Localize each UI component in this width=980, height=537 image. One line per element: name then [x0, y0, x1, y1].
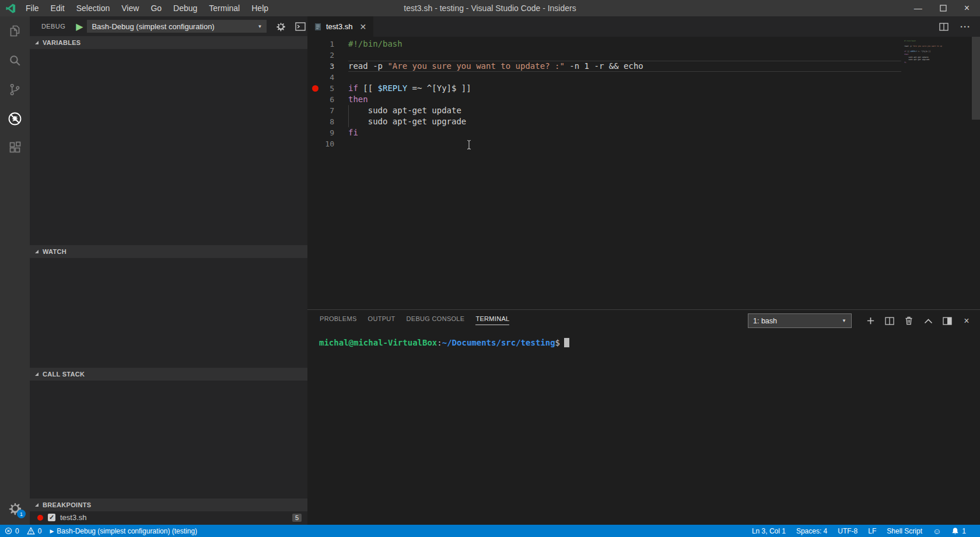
debug-console-icon[interactable]	[295, 22, 306, 31]
code-line-10[interactable]: 10	[307, 138, 980, 149]
activity-explorer[interactable]	[0, 16, 30, 46]
code-line-6[interactable]: 6then	[307, 94, 980, 105]
breakpoint-gutter[interactable]	[307, 116, 323, 127]
launch-config-dropdown[interactable]: Bash-Debug (simplest configuration) ▼	[87, 20, 267, 33]
menu-view[interactable]: View	[116, 4, 145, 13]
panel-tab-debug-console[interactable]: DEBUG CONSOLE	[407, 315, 465, 325]
code-text[interactable]: #!/bin/bash	[348, 39, 402, 50]
manage-button[interactable]: 1	[0, 497, 30, 520]
code-line-4[interactable]: 4	[307, 72, 980, 83]
start-debug-icon[interactable]: ▶	[76, 21, 83, 32]
maximize-panel-icon[interactable]	[923, 316, 933, 326]
notifications-bell[interactable]: 1	[951, 527, 966, 535]
activity-debug[interactable]	[0, 104, 30, 133]
explorer-icon	[8, 23, 23, 39]
code-text[interactable]: sudo apt-get update	[348, 105, 461, 116]
debug-status[interactable]: ▶ Bash-Debug (simplest configuration) (t…	[50, 527, 197, 535]
panel-tab-output[interactable]: OUTPUT	[368, 315, 396, 325]
activity-extensions[interactable]	[0, 133, 30, 162]
section-header-variables[interactable]: VARIABLES	[30, 36, 307, 49]
breakpoint-gutter[interactable]	[307, 72, 323, 83]
code-text[interactable]: sudo apt-get upgrade	[348, 116, 466, 127]
menu-go[interactable]: Go	[145, 4, 167, 13]
breakpoint-gutter[interactable]	[307, 61, 323, 72]
code-text[interactable]: fi	[348, 127, 358, 138]
code-lines: 1#!/bin/bash23read -p "Are you sure you …	[307, 39, 980, 149]
chevron-down-icon: ▼	[842, 318, 846, 323]
breakpoint-dot	[37, 515, 43, 521]
new-terminal-icon[interactable]	[865, 316, 876, 326]
encoding-status[interactable]: UTF-8	[838, 527, 858, 535]
breakpoint-gutter[interactable]	[307, 39, 323, 50]
breakpoint-checkbox[interactable]: ✓	[48, 514, 55, 521]
menu-edit[interactable]: Edit	[45, 4, 71, 13]
feedback-smiley-icon[interactable]: ☺	[933, 527, 941, 535]
terminal-cursor	[564, 338, 569, 347]
breakpoint-gutter[interactable]	[307, 138, 323, 149]
panel-tab-problems[interactable]: PROBLEMS	[320, 315, 357, 325]
editor-scrollbar[interactable]	[972, 37, 980, 120]
twistie-icon	[35, 250, 38, 253]
kill-terminal-icon[interactable]	[904, 316, 914, 326]
breakpoint-gutter[interactable]	[307, 50, 323, 61]
code-text[interactable]: if [[ $REPLY =~ ^[Yy]$ ]]	[348, 83, 471, 94]
line-number: 7	[323, 105, 334, 116]
problems-status[interactable]: 0 0	[5, 527, 41, 535]
section-header-watch[interactable]: WATCH	[30, 245, 307, 258]
section-header-callstack[interactable]: CALL STACK	[30, 368, 307, 381]
section-header-breakpoints[interactable]: BREAKPOINTS	[30, 498, 307, 511]
close-panel-icon[interactable]: ×	[961, 316, 972, 326]
panel-layout-icon[interactable]	[942, 316, 953, 326]
code-line-2[interactable]: 2	[307, 50, 980, 61]
code-line-3[interactable]: 3read -p "Are you sure you want to updat…	[307, 61, 980, 72]
menu-file[interactable]: File	[20, 4, 45, 13]
minimize-icon[interactable]: —	[914, 4, 922, 12]
cursor-position[interactable]: Ln 3, Col 1	[752, 527, 786, 535]
split-editor-icon[interactable]	[939, 23, 949, 31]
eol-status[interactable]: LF	[868, 527, 876, 535]
terminal-prompt-path: ~/Documents/src/testing	[442, 338, 555, 347]
panel-tab-terminal[interactable]: TERMINAL	[475, 315, 509, 325]
line-number: 2	[323, 50, 334, 61]
breakpoint-gutter[interactable]	[307, 105, 323, 116]
activity-search[interactable]	[0, 46, 30, 75]
menu-selection[interactable]: Selection	[71, 4, 116, 13]
code-line-5[interactable]: 5if [[ $REPLY =~ ^[Yy]$ ]]	[307, 83, 980, 94]
configure-gear-icon[interactable]	[276, 22, 286, 32]
close-window-icon[interactable]: ×	[964, 4, 970, 13]
terminal[interactable]: michal@michal-VirtualBox:~/Documents/src…	[307, 330, 980, 347]
minimap[interactable]: #!/bin/bashread -p "Are you sure you wan…	[904, 40, 942, 67]
menu-terminal[interactable]: Terminal	[203, 4, 246, 13]
line-number: 3	[323, 61, 334, 72]
breakpoint-line-badge: 5	[292, 514, 302, 522]
breakpoint-gutter[interactable]	[307, 127, 323, 138]
maximize-icon[interactable]	[940, 5, 947, 12]
language-mode[interactable]: Shell Script	[887, 527, 922, 535]
code-line-8[interactable]: 8 sudo apt-get upgrade	[307, 116, 980, 127]
line-number: 1	[323, 39, 334, 50]
sidebar-title: DEBUG	[41, 23, 65, 30]
breakpoint-gutter[interactable]	[307, 94, 323, 105]
code-text[interactable]: then	[348, 94, 368, 105]
breakpoint-dot[interactable]	[307, 83, 323, 94]
close-tab-icon[interactable]: ✕	[360, 22, 367, 32]
bottom-panel: PROBLEMSOUTPUTDEBUG CONSOLETERMINAL 1: b…	[307, 309, 980, 525]
breakpoint-row[interactable]: ✓test3.sh5	[30, 511, 307, 524]
chevron-down-icon: ▼	[258, 24, 262, 29]
launch-config-label: Bash-Debug (simplest configuration)	[92, 22, 214, 31]
terminal-instance-dropdown[interactable]: 1: bash ▼	[748, 313, 852, 328]
variables-body	[30, 49, 307, 245]
code-line-7[interactable]: 7 sudo apt-get update	[307, 105, 980, 116]
menu-help[interactable]: Help	[246, 4, 274, 13]
code-line-9[interactable]: 9fi	[307, 127, 980, 138]
code-line-1[interactable]: 1#!/bin/bash	[307, 39, 980, 50]
tab-test3-sh[interactable]: test3.sh ✕	[307, 16, 373, 37]
activity-source-control[interactable]	[0, 75, 30, 104]
code-text[interactable]: read -p "Are you sure you want to update…	[348, 61, 643, 72]
menu-debug[interactable]: Debug	[167, 4, 203, 13]
indentation-status[interactable]: Spaces: 4	[796, 527, 827, 535]
tab-bar: test3.sh ✕ ···	[307, 16, 980, 37]
more-actions-icon[interactable]: ···	[960, 22, 971, 32]
split-terminal-icon[interactable]	[884, 316, 895, 326]
code-editor[interactable]: 1#!/bin/bash23read -p "Are you sure you …	[307, 37, 980, 309]
